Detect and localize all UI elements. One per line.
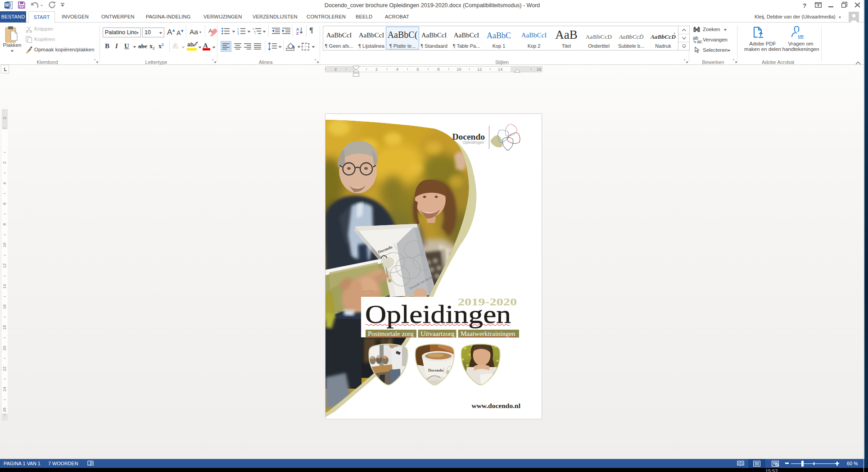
svg-text:Uitvaartzorg: Uitvaartzorg bbox=[420, 330, 455, 337]
svg-text:Opleidingen: Opleidingen bbox=[462, 140, 484, 145]
svg-text:www.docendo.nl: www.docendo.nl bbox=[471, 402, 520, 409]
svg-text:i: i bbox=[255, 32, 256, 35]
svg-text:Docendo: Docendo bbox=[428, 368, 443, 372]
svg-text:Z: Z bbox=[296, 31, 298, 35]
svg-text:3: 3 bbox=[237, 32, 239, 35]
